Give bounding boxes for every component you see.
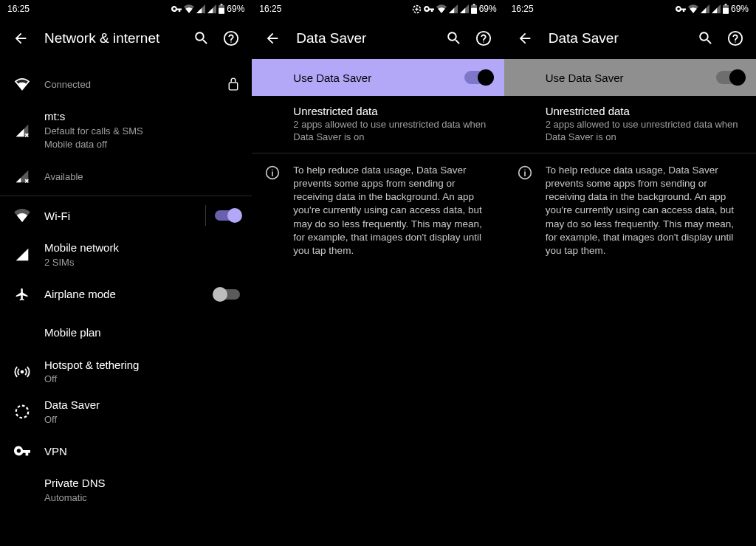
unrestricted-sub: 2 apps allowed to use unrestricted data … xyxy=(546,119,744,144)
wifi-icon xyxy=(184,4,194,13)
status-bar: 16:25 69% xyxy=(504,0,756,18)
signal-2-icon xyxy=(207,4,216,13)
svg-point-4 xyxy=(231,41,232,42)
back-button[interactable] xyxy=(258,24,287,53)
pane-data-saver-off: 16:25 69% Data Saver Use Data Saver Unre… xyxy=(504,0,756,546)
search-button[interactable] xyxy=(187,24,216,53)
page-title: Network & internet xyxy=(35,30,187,46)
battery-pct: 69% xyxy=(731,4,749,14)
signal-1-icon xyxy=(196,4,205,13)
status-icons: 69% xyxy=(676,4,749,14)
sim2-label: Available xyxy=(44,171,240,184)
hotspot-row[interactable]: Hotspot & tethering Off xyxy=(0,352,252,392)
wifi-row[interactable]: Wi-Fi xyxy=(0,196,252,235)
back-button[interactable] xyxy=(510,24,540,53)
lock-icon xyxy=(227,77,240,91)
wifi-label: Wi-Fi xyxy=(44,209,199,224)
unrestricted-row[interactable]: Unrestricted data 2 apps allowed to use … xyxy=(504,96,756,153)
status-time: 16:25 xyxy=(512,4,534,14)
data-saver-icon xyxy=(14,404,30,420)
use-data-saver-row[interactable]: Use Data Saver xyxy=(252,59,504,96)
dns-row[interactable]: Private DNS Automatic xyxy=(0,470,252,510)
battery-icon xyxy=(219,4,224,14)
help-button[interactable] xyxy=(469,24,498,53)
wifi-connected-icon xyxy=(14,77,30,91)
hotspot-sub: Off xyxy=(44,373,240,386)
carrier-row[interactable]: mt:s Default for calls & SMS Mobile data… xyxy=(0,103,252,157)
signal-2-icon xyxy=(712,4,721,13)
settings-list: Connected mt:s Default for calls & SMS M… xyxy=(0,59,252,511)
data-saver-row[interactable]: Data Saver Off xyxy=(0,392,252,432)
hotspot-title: Hotspot & tethering xyxy=(44,358,240,373)
wifi-icon xyxy=(14,209,30,222)
status-icons: 69% xyxy=(171,4,244,14)
info-row: To help reduce data usage, Data Saver pr… xyxy=(252,153,504,269)
svg-point-13 xyxy=(483,41,484,42)
mobile-title: Mobile network xyxy=(44,241,240,255)
status-time: 16:25 xyxy=(259,4,281,14)
signal-icon xyxy=(15,247,30,262)
signal-weak-icon xyxy=(15,169,30,184)
unrestricted-title: Unrestricted data xyxy=(293,105,492,117)
unrestricted-sub: 2 apps allowed to use unrestricted data … xyxy=(293,119,492,144)
data-saver-status-icon xyxy=(412,4,422,14)
carrier-name: mt:s xyxy=(44,109,240,124)
signal-1-icon xyxy=(449,4,458,13)
battery-pct: 69% xyxy=(479,4,497,14)
arrow-back-icon xyxy=(264,30,281,46)
data-saver-toggle[interactable] xyxy=(464,71,492,84)
vpn-key-icon xyxy=(171,5,182,13)
dns-title: Private DNS xyxy=(44,476,240,491)
search-button[interactable] xyxy=(691,24,721,53)
data-saver-toggle[interactable] xyxy=(716,71,744,84)
help-icon xyxy=(475,30,492,46)
unrestricted-row[interactable]: Unrestricted data 2 apps allowed to use … xyxy=(252,96,504,153)
wifi-icon xyxy=(688,4,698,13)
wifi-toggle[interactable] xyxy=(215,210,240,221)
back-button[interactable] xyxy=(6,24,35,53)
status-bar: 16:25 69% xyxy=(0,0,252,18)
battery-pct: 69% xyxy=(227,4,244,14)
vpn-label: VPN xyxy=(44,444,240,459)
airplane-row[interactable]: Airplane mode xyxy=(0,275,252,314)
status-icons: 69% xyxy=(412,4,497,14)
svg-point-22 xyxy=(524,169,526,170)
signal-2-icon xyxy=(460,4,469,13)
battery-icon xyxy=(471,4,477,14)
search-icon xyxy=(698,30,714,46)
pane-network-internet: 16:25 69% Network & internet Connected xyxy=(0,0,252,546)
plan-label: Mobile plan xyxy=(44,325,240,340)
info-text: To help reduce data usage, Data Saver pr… xyxy=(546,164,744,258)
wifi-status-row[interactable]: Connected xyxy=(0,65,252,103)
svg-rect-5 xyxy=(230,83,238,90)
help-icon xyxy=(223,30,239,46)
app-bar: Network & internet xyxy=(0,18,252,59)
search-button[interactable] xyxy=(439,24,469,53)
sim2-row[interactable]: Available xyxy=(0,157,252,196)
mobile-network-row[interactable]: Mobile network 2 SIMs xyxy=(0,235,252,274)
info-icon xyxy=(518,165,532,180)
dns-sub: Automatic xyxy=(44,492,240,505)
help-button[interactable] xyxy=(216,24,246,53)
page-title: Data Saver xyxy=(287,30,439,46)
wifi-status-label: Connected xyxy=(44,79,221,91)
svg-rect-17 xyxy=(723,8,729,14)
mobile-plan-row[interactable]: Mobile plan xyxy=(0,314,252,352)
use-data-saver-row[interactable]: Use Data Saver xyxy=(504,59,756,96)
datasaver-sub: Off xyxy=(44,414,240,426)
search-icon xyxy=(446,30,462,46)
arrow-back-icon xyxy=(517,30,533,46)
vpn-row[interactable]: VPN xyxy=(0,432,252,470)
help-button[interactable] xyxy=(721,24,750,53)
signal-1-icon xyxy=(701,4,709,13)
svg-point-19 xyxy=(729,32,742,45)
svg-point-3 xyxy=(224,32,238,45)
status-time: 16:25 xyxy=(7,4,30,14)
svg-point-6 xyxy=(21,370,24,374)
svg-point-7 xyxy=(16,406,29,418)
vpn-key-icon xyxy=(676,5,686,13)
airplane-toggle[interactable] xyxy=(215,289,240,300)
carrier-sub1: Default for calls & SMS xyxy=(44,125,240,138)
airplane-icon xyxy=(15,287,30,302)
wifi-icon xyxy=(436,4,447,13)
